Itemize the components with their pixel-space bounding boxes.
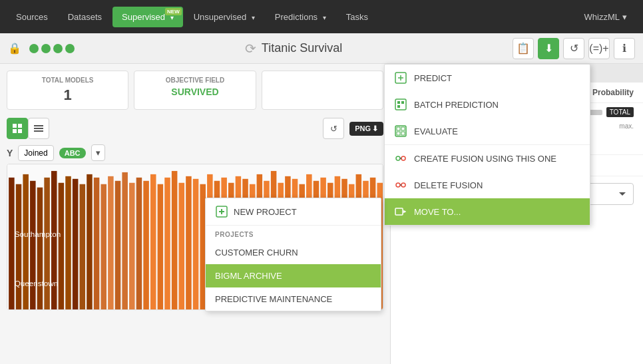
svg-rect-18 [80,184,86,309]
svg-rect-3 [18,129,22,133]
dot-1 [29,44,39,53]
menu-evaluate[interactable]: EVALUATE [385,118,590,144]
nav-datasets[interactable]: Datasets [59,7,111,27]
objective-field-label: OBJECTIVE FIELD [142,77,247,84]
svg-rect-14 [51,171,57,309]
total-models-stat: TOTAL MODELS 1 [7,71,128,110]
svg-rect-2 [13,129,17,133]
list-view-button[interactable] [28,118,49,139]
svg-rect-32 [179,183,185,309]
svg-point-76 [396,183,400,187]
svg-rect-12 [37,188,43,309]
svg-rect-22 [108,176,114,309]
svg-rect-26 [136,178,142,309]
svg-rect-79 [395,208,403,215]
png-download-button[interactable]: PNG ⬇ [349,122,383,136]
context-menu: PREDICT BATCH PREDICTION EVALUATE CREATE… [384,64,590,226]
svg-rect-11 [30,181,36,309]
dot-3 [53,44,63,53]
chart-label-queenstown: Queenstown [15,280,59,288]
download-button[interactable]: ⬇ [538,38,559,59]
whizzml-arrow-icon: ▾ [622,12,627,22]
menu-delete-fusion[interactable]: DELETE FUSION [385,172,590,198]
svg-rect-33 [186,176,192,309]
nav-whizzml[interactable]: WhizzML ▾ [575,7,636,27]
svg-rect-6 [34,130,43,132]
svg-rect-5 [34,128,43,129]
toolbar-icons: 📋 ⬇ ↺ (=)+ ℹ [513,38,635,59]
svg-rect-13 [44,178,50,309]
svg-rect-24 [122,172,128,309]
sync-icon: ⟳ [245,41,256,57]
submenu-bigml-archive[interactable]: BIGML ARCHIVE [206,264,381,287]
dot-4 [65,44,75,53]
grid-view-button[interactable] [7,118,28,139]
total-models-label: TOTAL MODELS [15,77,120,84]
svg-rect-4 [34,125,43,126]
move-icon [394,205,407,218]
abc-badge: ABC [59,148,86,158]
objective-field-value: SURVIVED [142,87,247,97]
chart-label-southampton: Southampton [15,230,61,238]
png-download-icon: ⬇ [372,124,378,133]
nav-supervised[interactable]: Supervised NEW ▾ [112,7,183,27]
total-button[interactable]: TOTAL [606,107,634,117]
stats-row: TOTAL MODELS 1 OBJECTIVE FIELD SURVIVED [0,64,390,116]
new-badge: NEW [165,8,182,15]
top-navigation: Sources Datasets Supervised NEW ▾ Unsupe… [0,0,643,33]
nav-unsupervised[interactable]: Unsupervised ▾ [184,7,264,27]
svg-rect-69 [397,127,400,130]
svg-rect-10 [23,174,29,309]
main-content: TOTAL MODELS 1 OBJECTIVE FIELD SURVIVED [0,64,643,364]
info-button[interactable]: ℹ [614,38,635,59]
total-models-value: 1 [15,87,120,104]
svg-rect-70 [401,127,405,130]
svg-point-74 [401,156,405,160]
y-axis-row: Y Joined ABC ▾ [0,142,390,164]
dot-2 [41,44,51,53]
y-axis-label: Y [7,148,13,158]
svg-rect-30 [164,178,170,309]
y-axis-select[interactable]: Joined [18,145,53,161]
menu-predict[interactable]: PREDICT [385,65,590,91]
svg-rect-72 [401,132,405,135]
svg-rect-9 [16,184,22,309]
report-button[interactable]: 📋 [513,38,534,59]
objective-field-stat: OBJECTIVE FIELD SURVIVED [134,71,256,110]
svg-rect-71 [397,132,400,135]
svg-point-77 [401,183,405,187]
submenu-section-label: PROJECTS [206,226,381,241]
svg-rect-28 [150,174,156,309]
svg-rect-64 [395,99,406,110]
menu-batch-prediction[interactable]: BATCH PREDICTION [385,91,590,118]
grid-icon [13,124,22,133]
svg-rect-29 [158,184,164,309]
extra-stat [262,71,383,110]
svg-rect-15 [59,183,65,309]
svg-point-73 [396,156,400,160]
submenu-predictive-maintenance[interactable]: PREDICTIVE MAINTENANCE [206,287,381,311]
nav-predictions[interactable]: Predictions ▾ [266,7,335,27]
nav-tasks[interactable]: Tasks [337,7,377,27]
lock-icon: 🔒 [8,42,21,55]
predict-icon [394,71,407,85]
svg-rect-25 [129,183,135,309]
svg-rect-66 [401,101,404,104]
menu-create-fusion[interactable]: CREATE FUSION USING THIS ONE [385,144,590,172]
svg-rect-17 [73,179,79,309]
svg-rect-27 [143,181,149,309]
submenu-projects: NEW PROJECT PROJECTS CUSTOMER CHURN BIGM… [205,198,381,311]
menu-move-to[interactable]: MOVE TO... [385,198,590,225]
list-icon [34,124,43,133]
refresh-button[interactable]: ↺ [563,38,584,59]
chart-refresh-button[interactable]: ↺ [323,118,344,139]
svg-rect-20 [94,178,100,309]
status-dots [29,44,75,53]
y-axis-dropdown-arrow[interactable]: ▾ [91,144,105,161]
svg-rect-8 [9,178,15,309]
submenu-customer-churn[interactable]: CUSTOMER CHURN [206,241,381,264]
code-button[interactable]: (=)+ [588,38,610,59]
submenu-new-project[interactable]: NEW PROJECT [206,198,381,226]
delete-icon [394,178,407,192]
nav-sources[interactable]: Sources [7,7,57,27]
